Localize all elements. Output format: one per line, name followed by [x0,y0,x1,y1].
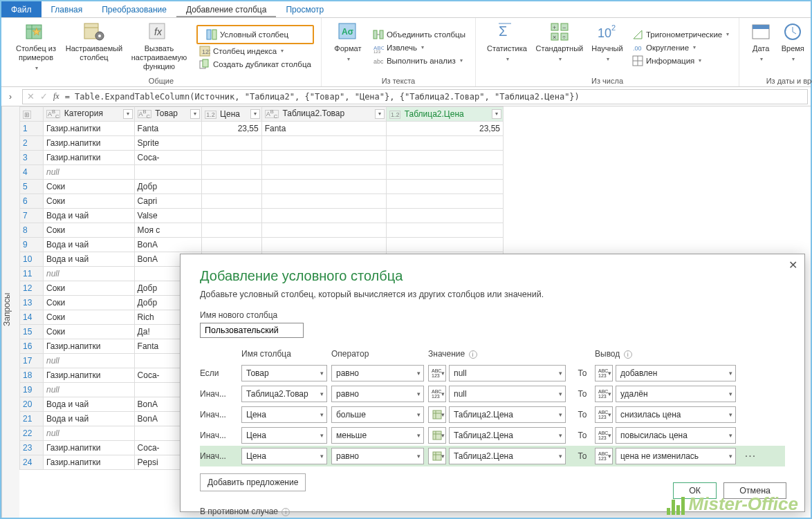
formula-cancel-icon[interactable]: ✕ [27,91,35,102]
cell: Добр [134,180,202,194]
rule-value-type-combo[interactable] [428,427,446,444]
tab-add-column[interactable]: Добавление столбца [176,1,277,17]
tab-transform[interactable]: Преобразование [92,1,176,17]
column-filter-icon[interactable]: ▾ [123,109,133,119]
btn-column-from-examples[interactable]: Столбец из примеров▾ [8,19,64,75]
rule-more-icon[interactable]: ··· [740,450,761,462]
tab-home[interactable]: Главная [41,1,93,17]
cell: Газир.напитки [44,441,135,455]
rule-operator-combo[interactable]: равно [331,386,424,402]
info-icon[interactable]: i [282,508,290,516]
table-row[interactable]: 2Газир.напиткиSprite [20,136,504,151]
btn-extract[interactable]: ABC123 Извлечь▾ [370,41,468,54]
rule-value-type-combo[interactable] [428,448,446,464]
btn-merge-columns[interactable]: Объединить столбцы [370,28,468,41]
duplicate-icon [199,59,210,70]
svg-marker-35 [634,30,642,39]
rule-column-combo[interactable]: Товар [241,365,327,381]
rule-output-combo[interactable]: добавлен [616,365,736,381]
rule-operator-combo[interactable]: больше [331,406,424,423]
clock-icon [782,21,804,43]
rule-column-combo[interactable]: Таблица2.Товар [241,386,327,402]
btn-scientific[interactable]: 102 Научный▾ [588,19,627,75]
rownum-header[interactable]: ⊞ [20,107,44,122]
rule-value-combo[interactable]: Таблица2.Цена [449,448,566,464]
table-row[interactable]: 1Газир.напиткиFanta23,55Fanta23,55 [20,122,504,136]
rule-output-combo[interactable]: повысилась цена [616,427,736,444]
rule-column-combo[interactable]: Цена [241,448,327,464]
rule-output-type-combo[interactable]: ABC 123 [595,427,613,444]
new-column-name-input[interactable] [200,323,304,338]
rule-output-type-combo[interactable]: ABC 123 [595,406,613,423]
column-header[interactable]: ABC Категория▾ [44,107,135,122]
table-row[interactable]: 5СокиДобр [20,180,504,194]
rule-column-combo[interactable]: Цена [241,427,327,444]
btn-duplicate-column[interactable]: Создать дубликат столбца [196,58,314,70]
rule-value-type-combo[interactable] [428,406,446,423]
rule-output-type-combo[interactable]: ABC 123 [595,386,613,402]
cancel-button[interactable]: Отмена [723,482,786,499]
tab-view[interactable]: Просмотр [276,1,333,17]
btn-index-column[interactable]: 123 Столбец индекса▾ [196,45,314,57]
cell: null [44,267,135,281]
rule-operator-combo[interactable]: равно [331,365,424,381]
table-row[interactable]: 6СокиCapri [20,194,504,209]
btn-conditional-column[interactable]: Условный столбец [196,25,314,44]
table-row[interactable]: 8СокиМоя с [20,223,504,238]
rule-value-combo[interactable]: null [449,386,566,402]
column-filter-icon[interactable]: ▾ [250,109,260,119]
column-header[interactable]: 1.2 Таблица2.Цена▾ [386,107,503,122]
column-header[interactable]: ABC Товар▾ [134,107,202,122]
rule-value-type-combo[interactable]: ABC 123 [428,386,446,402]
btn-date[interactable]: Дата▾ [746,19,775,75]
column-filter-icon[interactable]: ▾ [190,109,200,119]
cell: Газир.напитки [44,122,135,136]
rule-output-type-combo[interactable]: ABC 123 [595,365,613,381]
btn-trig[interactable]: Тригонометрические▾ [629,28,732,41]
btn-format[interactable]: Aσ Формат▾ [329,19,367,75]
column-header[interactable]: ABC Таблица2.Товар▾ [261,107,386,122]
queries-sidebar[interactable]: Запросы [1,106,19,518]
rule-output-combo[interactable]: снизилась цена [616,406,736,423]
column-filter-icon[interactable]: ▾ [492,109,501,119]
rule-column-combo[interactable]: Цена [241,406,327,423]
close-icon[interactable]: ✕ [788,258,797,272]
tab-file[interactable]: Файл [1,1,41,17]
formula-bar[interactable]: ✕ ✓ fx = Table.ExpandTableColumn(Источни… [22,89,808,104]
formula-accept-icon[interactable]: ✓ [40,91,48,102]
ok-button[interactable]: ОК [673,482,717,499]
svg-text:2: 2 [611,23,616,32]
row-number: 10 [20,252,44,267]
rule-output-combo[interactable]: удалён [616,386,736,402]
btn-time[interactable]: Время▾ [778,19,807,75]
hdr-column: Имя столбца [241,349,331,359]
info-icon[interactable]: i [624,350,632,359]
rule-output-type-combo[interactable]: ABC 123 [595,448,613,464]
row-number: 4 [20,165,44,180]
table-row[interactable]: 7Вода и чайValse [20,209,504,223]
label: Условный столбец [220,30,288,39]
btn-custom-column[interactable]: Настраиваемый столбец [66,19,122,75]
table-row[interactable]: 3Газир.напиткиCoca- [20,151,504,165]
queries-expand-icon[interactable]: › [1,92,19,102]
column-filter-icon[interactable]: ▾ [375,109,385,119]
rule-value-combo[interactable]: Таблица2.Цена [449,427,566,444]
btn-invoke-function[interactable]: fx Вызвать настраиваемую функцию [124,19,194,75]
rule-operator-combo[interactable]: меньше [331,427,424,444]
btn-round[interactable]: .00 Округление▾ [629,41,732,54]
rule-value-combo[interactable]: null [449,365,566,381]
btn-statistics[interactable]: Σ Статистика▾ [483,19,531,75]
btn-analyze[interactable]: abc Выполнить анализ▾ [370,55,468,67]
rule-output-combo[interactable]: цена не изменилась [616,448,736,464]
btn-standard[interactable]: +−×÷ Стандартный▾ [534,19,585,75]
table-row[interactable]: 9Вода и чайBonA [20,238,504,252]
btn-information[interactable]: Информация▾ [629,55,732,67]
add-clause-button[interactable]: Добавить предложение [200,473,306,491]
rule-value-type-combo[interactable]: ABC 123 [428,365,446,381]
rule-prefix: Инач... [200,451,241,461]
info-icon[interactable]: i [469,350,477,359]
rule-operator-combo[interactable]: равно [331,448,424,464]
column-header[interactable]: 1.2 Цена▾ [202,107,261,122]
table-row[interactable]: 4null [20,165,504,180]
rule-value-combo[interactable]: Таблица2.Цена [449,406,566,423]
